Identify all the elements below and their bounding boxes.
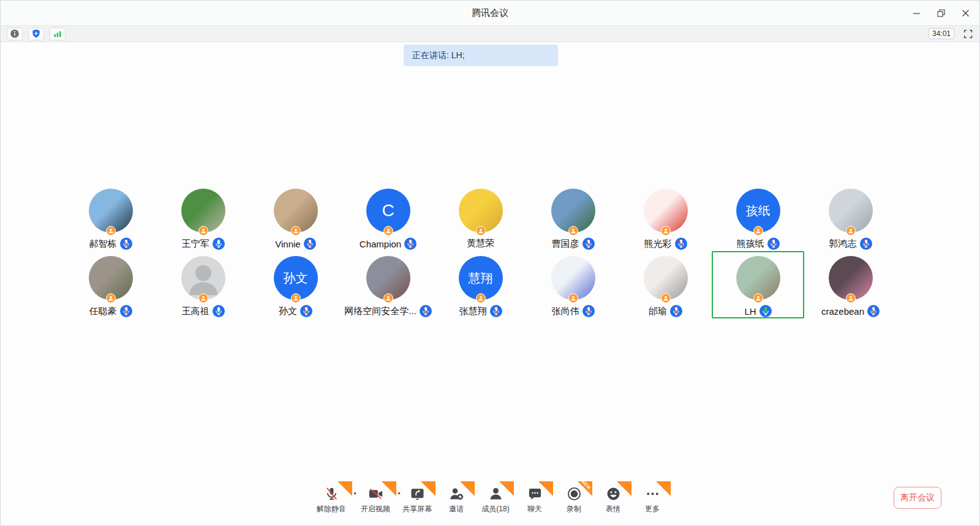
- new-badge: [337, 481, 352, 496]
- host-badge-icon: [198, 226, 208, 236]
- participant-tile[interactable]: 熊光彩: [619, 184, 712, 251]
- participant-tile[interactable]: Vinnie: [249, 184, 342, 251]
- tencent-meeting-window: 腾讯会议 34:01: [0, 0, 980, 526]
- topbar-right: 34:01: [929, 28, 973, 39]
- participant-tile[interactable]: 王高祖: [157, 251, 249, 318]
- host-badge-icon: [568, 293, 578, 303]
- minimize-icon: [913, 9, 921, 17]
- participant-name: 任聪豪: [89, 306, 117, 317]
- meeting-timer: 34:01: [929, 28, 954, 39]
- host-badge-icon: [753, 293, 763, 303]
- toolbar-item-start-video[interactable]: 开启视频 ▲: [353, 486, 398, 514]
- toolbar-item-unmute[interactable]: 解除静音 ▲: [309, 486, 353, 514]
- participant-name: 王高祖: [182, 306, 209, 317]
- participant-name: crazebean: [821, 306, 864, 317]
- toolbar-item-chat[interactable]: 聊天 ▲: [515, 486, 554, 514]
- participant-name: 曹国彦: [552, 238, 579, 250]
- security-button[interactable]: [28, 28, 44, 40]
- participant-name: 孙文: [279, 306, 297, 317]
- host-badge-icon: [291, 226, 301, 236]
- meeting-info-button[interactable]: [7, 28, 23, 40]
- participant-tile[interactable]: 郭鸿志: [804, 184, 897, 251]
- camera-off-icon: [368, 486, 383, 502]
- participant-name: 王宁军: [182, 238, 209, 250]
- participant-tile-active-speaker[interactable]: LH: [712, 251, 804, 318]
- mic-muted-icon: [490, 305, 502, 317]
- participant-name: 张尚伟: [552, 306, 579, 317]
- emoji-icon: [605, 486, 621, 502]
- chat-icon: [527, 486, 543, 502]
- toolbar-item-more[interactable]: 更多 ▲: [633, 486, 672, 514]
- mic-muted-icon: [867, 305, 880, 317]
- participant-tile[interactable]: 孙文 孙文: [249, 251, 342, 318]
- mic-muted-icon: [120, 305, 132, 317]
- host-badge-icon: [568, 226, 578, 236]
- restore-button[interactable]: [932, 4, 950, 22]
- invite-icon: [448, 486, 464, 502]
- participant-tile[interactable]: crazebean: [804, 251, 897, 318]
- participant-tile[interactable]: 网络空间安全学...: [342, 251, 434, 318]
- participant-tile[interactable]: 邰瑜: [619, 251, 712, 318]
- minimize-button[interactable]: [907, 4, 925, 22]
- participant-tile[interactable]: 慧翔 张慧翔: [434, 251, 527, 318]
- fullscreen-button[interactable]: [963, 29, 973, 39]
- close-icon: [962, 9, 970, 17]
- toolbar-item-label: 录制: [567, 504, 581, 514]
- participant-name: Champion: [360, 239, 401, 249]
- host-badge-icon: [661, 293, 671, 303]
- mic-muted-icon: [582, 238, 595, 250]
- titlebar: 腾讯会议: [1, 1, 979, 25]
- members-icon: [488, 486, 503, 502]
- toolbar-item-invite[interactable]: 邀请 ▲: [437, 486, 476, 514]
- toolbar-item-share-screen[interactable]: 共享屏幕 ▲: [398, 486, 437, 514]
- info-icon: [10, 29, 20, 39]
- mic-muted-icon: [120, 238, 132, 250]
- mic-on-icon: [213, 238, 225, 250]
- participant-tile[interactable]: 孩纸 熊孩纸: [712, 184, 804, 251]
- host-badge-icon: [198, 293, 208, 303]
- close-button[interactable]: [956, 4, 974, 22]
- participant-name: 熊孩纸: [737, 238, 764, 250]
- toolbar-item-label: 表情: [606, 504, 620, 514]
- participant-tile[interactable]: 黄慧荣: [434, 184, 527, 251]
- participant-tile[interactable]: 张尚伟: [527, 251, 619, 318]
- host-badge-icon: [661, 226, 671, 236]
- participant-name: 熊光彩: [644, 238, 672, 250]
- participant-grid: 郝智栋 王宁军 Vi: [64, 184, 897, 318]
- participant-name: 黄慧荣: [467, 238, 494, 249]
- participant-tile[interactable]: C Champion: [342, 184, 434, 251]
- mic-muted-icon: [582, 305, 595, 317]
- mic-on-icon: [213, 305, 225, 317]
- toolbar-item-emoji[interactable]: 表情 ▲: [594, 486, 633, 514]
- participant-name: 网络空间安全学...: [344, 306, 417, 317]
- participant-tile[interactable]: 王宁军: [157, 184, 249, 251]
- network-quality-button[interactable]: [50, 28, 66, 40]
- mic-muted-icon: [304, 238, 316, 250]
- mic-off-icon: [323, 486, 339, 502]
- toolbar-item-label: 更多: [645, 504, 660, 514]
- restore-icon: [937, 9, 945, 17]
- mic-muted-icon: [404, 238, 417, 250]
- participant-name: 邰瑜: [649, 306, 667, 317]
- mic-muted-icon: [300, 305, 312, 317]
- participant-tile[interactable]: 任聪豪: [64, 251, 157, 318]
- toolbar-item-record[interactable]: NEW 录制 ▲: [554, 486, 594, 514]
- host-badge-icon: [106, 293, 116, 303]
- participant-tile[interactable]: 郝智栋: [64, 184, 157, 251]
- host-badge-icon: [846, 293, 856, 303]
- toolbar-item-label: 邀请: [449, 504, 464, 514]
- participant-name: Vinnie: [275, 239, 300, 249]
- toolbar-item-members[interactable]: 成员(18) ▲: [476, 486, 515, 514]
- window-controls: [907, 1, 974, 25]
- security-shield-icon: [31, 29, 41, 39]
- participant-tile[interactable]: 曹国彦: [527, 184, 619, 251]
- mic-muted-icon: [767, 238, 780, 250]
- participant-name: LH: [744, 306, 756, 317]
- host-badge-icon: [383, 293, 393, 303]
- participant-name: 郝智栋: [89, 238, 117, 250]
- host-badge-icon: [846, 226, 856, 236]
- toolbar-item-label: 成员(18): [481, 504, 509, 514]
- new-badge: [382, 481, 396, 496]
- leave-meeting-button[interactable]: 离开会议: [894, 487, 941, 509]
- host-badge-icon: [291, 293, 301, 303]
